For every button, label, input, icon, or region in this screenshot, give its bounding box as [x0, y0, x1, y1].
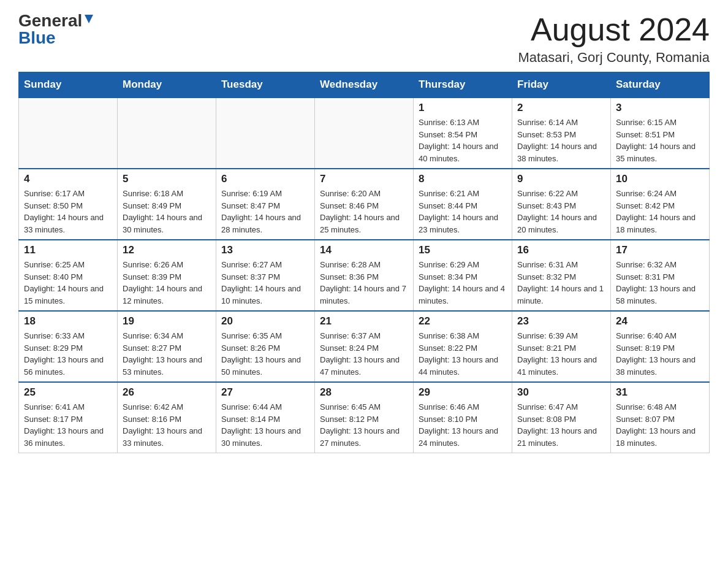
calendar-cell [19, 98, 118, 169]
calendar-cell: 17Sunrise: 6:32 AMSunset: 8:31 PMDayligh… [611, 240, 710, 311]
day-number: 5 [123, 173, 211, 185]
day-info: Sunrise: 6:38 AMSunset: 8:22 PMDaylight:… [419, 330, 507, 378]
calendar-cell: 18Sunrise: 6:33 AMSunset: 8:29 PMDayligh… [19, 311, 118, 382]
day-number: 25 [24, 386, 112, 399]
calendar-header-saturday: Saturday [611, 72, 710, 98]
day-number: 1 [419, 102, 507, 114]
calendar-cell: 9Sunrise: 6:22 AMSunset: 8:43 PMDaylight… [512, 169, 611, 240]
calendar-cell: 20Sunrise: 6:35 AMSunset: 8:26 PMDayligh… [216, 311, 315, 382]
title-area: August 2024 Matasari, Gorj County, Roman… [518, 12, 710, 66]
day-number: 14 [320, 244, 408, 256]
day-info: Sunrise: 6:21 AMSunset: 8:44 PMDaylight:… [419, 188, 507, 236]
calendar-cell: 27Sunrise: 6:44 AMSunset: 8:14 PMDayligh… [216, 382, 315, 453]
calendar-cell: 2Sunrise: 6:14 AMSunset: 8:53 PMDaylight… [512, 98, 611, 169]
calendar-cell: 31Sunrise: 6:48 AMSunset: 8:07 PMDayligh… [611, 382, 710, 453]
calendar-week-4: 18Sunrise: 6:33 AMSunset: 8:29 PMDayligh… [19, 311, 710, 382]
day-number: 4 [24, 173, 112, 185]
day-number: 24 [616, 315, 704, 327]
calendar-cell [315, 98, 414, 169]
calendar-cell: 16Sunrise: 6:31 AMSunset: 8:32 PMDayligh… [512, 240, 611, 311]
day-info: Sunrise: 6:35 AMSunset: 8:26 PMDaylight:… [221, 330, 309, 378]
day-number: 30 [517, 386, 605, 399]
calendar-cell: 4Sunrise: 6:17 AMSunset: 8:50 PMDaylight… [19, 169, 118, 240]
calendar-header-monday: Monday [118, 72, 216, 98]
day-number: 6 [221, 173, 309, 185]
page-subtitle: Matasari, Gorj County, Romania [518, 50, 710, 66]
day-info: Sunrise: 6:22 AMSunset: 8:43 PMDaylight:… [517, 188, 605, 236]
calendar-week-5: 25Sunrise: 6:41 AMSunset: 8:17 PMDayligh… [19, 382, 710, 453]
day-number: 7 [320, 173, 408, 185]
page-title: August 2024 [518, 12, 710, 47]
day-number: 17 [616, 244, 704, 256]
day-info: Sunrise: 6:29 AMSunset: 8:34 PMDaylight:… [419, 259, 507, 307]
day-info: Sunrise: 6:37 AMSunset: 8:24 PMDaylight:… [320, 330, 408, 378]
calendar-cell [216, 98, 315, 169]
calendar-cell: 25Sunrise: 6:41 AMSunset: 8:17 PMDayligh… [19, 382, 118, 453]
logo-triangle-icon [83, 13, 94, 27]
calendar-cell: 22Sunrise: 6:38 AMSunset: 8:22 PMDayligh… [414, 311, 512, 382]
calendar-cell: 21Sunrise: 6:37 AMSunset: 8:24 PMDayligh… [315, 311, 414, 382]
day-number: 23 [517, 315, 605, 327]
day-info: Sunrise: 6:34 AMSunset: 8:27 PMDaylight:… [123, 330, 211, 378]
day-info: Sunrise: 6:31 AMSunset: 8:32 PMDaylight:… [517, 259, 605, 307]
calendar-cell: 7Sunrise: 6:20 AMSunset: 8:46 PMDaylight… [315, 169, 414, 240]
day-info: Sunrise: 6:14 AMSunset: 8:53 PMDaylight:… [517, 117, 605, 164]
day-number: 9 [517, 173, 605, 185]
day-number: 26 [123, 386, 211, 399]
day-info: Sunrise: 6:45 AMSunset: 8:12 PMDaylight:… [320, 401, 408, 449]
day-number: 18 [24, 315, 112, 327]
day-number: 16 [517, 244, 605, 256]
calendar-header-row: SundayMondayTuesdayWednesdayThursdayFrid… [19, 72, 710, 98]
svg-marker-0 [85, 15, 93, 23]
day-info: Sunrise: 6:44 AMSunset: 8:14 PMDaylight:… [221, 401, 309, 449]
day-info: Sunrise: 6:15 AMSunset: 8:51 PMDaylight:… [616, 117, 704, 164]
day-number: 3 [616, 102, 704, 114]
calendar-cell: 1Sunrise: 6:13 AMSunset: 8:54 PMDaylight… [414, 98, 512, 169]
day-number: 8 [419, 173, 507, 185]
day-info: Sunrise: 6:32 AMSunset: 8:31 PMDaylight:… [616, 259, 704, 307]
calendar-cell: 11Sunrise: 6:25 AMSunset: 8:40 PMDayligh… [19, 240, 118, 311]
day-info: Sunrise: 6:28 AMSunset: 8:36 PMDaylight:… [320, 259, 408, 307]
day-info: Sunrise: 6:27 AMSunset: 8:37 PMDaylight:… [221, 259, 309, 307]
calendar-cell: 15Sunrise: 6:29 AMSunset: 8:34 PMDayligh… [414, 240, 512, 311]
day-number: 29 [419, 386, 507, 399]
calendar-cell: 10Sunrise: 6:24 AMSunset: 8:42 PMDayligh… [611, 169, 710, 240]
calendar-cell: 30Sunrise: 6:47 AMSunset: 8:08 PMDayligh… [512, 382, 611, 453]
calendar-cell: 28Sunrise: 6:45 AMSunset: 8:12 PMDayligh… [315, 382, 414, 453]
day-number: 13 [221, 244, 309, 256]
day-info: Sunrise: 6:41 AMSunset: 8:17 PMDaylight:… [24, 401, 112, 449]
day-info: Sunrise: 6:17 AMSunset: 8:50 PMDaylight:… [24, 188, 112, 236]
day-info: Sunrise: 6:18 AMSunset: 8:49 PMDaylight:… [123, 188, 211, 236]
calendar-header-tuesday: Tuesday [216, 72, 315, 98]
day-info: Sunrise: 6:26 AMSunset: 8:39 PMDaylight:… [123, 259, 211, 307]
calendar-cell: 8Sunrise: 6:21 AMSunset: 8:44 PMDaylight… [414, 169, 512, 240]
calendar-header-thursday: Thursday [414, 72, 512, 98]
day-number: 28 [320, 386, 408, 399]
calendar-cell: 29Sunrise: 6:46 AMSunset: 8:10 PMDayligh… [414, 382, 512, 453]
day-info: Sunrise: 6:42 AMSunset: 8:16 PMDaylight:… [123, 401, 211, 449]
calendar-cell: 14Sunrise: 6:28 AMSunset: 8:36 PMDayligh… [315, 240, 414, 311]
day-info: Sunrise: 6:13 AMSunset: 8:54 PMDaylight:… [419, 117, 507, 164]
logo-blue: Blue [18, 28, 56, 47]
calendar-cell: 19Sunrise: 6:34 AMSunset: 8:27 PMDayligh… [118, 311, 216, 382]
day-info: Sunrise: 6:48 AMSunset: 8:07 PMDaylight:… [616, 401, 704, 449]
day-info: Sunrise: 6:25 AMSunset: 8:40 PMDaylight:… [24, 259, 112, 307]
day-number: 20 [221, 315, 309, 327]
calendar-week-2: 4Sunrise: 6:17 AMSunset: 8:50 PMDaylight… [19, 169, 710, 240]
calendar-cell: 26Sunrise: 6:42 AMSunset: 8:16 PMDayligh… [118, 382, 216, 453]
calendar-cell: 6Sunrise: 6:19 AMSunset: 8:47 PMDaylight… [216, 169, 315, 240]
day-info: Sunrise: 6:33 AMSunset: 8:29 PMDaylight:… [24, 330, 112, 378]
calendar-week-3: 11Sunrise: 6:25 AMSunset: 8:40 PMDayligh… [19, 240, 710, 311]
day-number: 19 [123, 315, 211, 327]
day-number: 11 [24, 244, 112, 256]
day-info: Sunrise: 6:19 AMSunset: 8:47 PMDaylight:… [221, 188, 309, 236]
day-number: 21 [320, 315, 408, 327]
calendar-header-friday: Friday [512, 72, 611, 98]
day-number: 27 [221, 386, 309, 399]
day-info: Sunrise: 6:40 AMSunset: 8:19 PMDaylight:… [616, 330, 704, 378]
day-info: Sunrise: 6:39 AMSunset: 8:21 PMDaylight:… [517, 330, 605, 378]
day-info: Sunrise: 6:24 AMSunset: 8:42 PMDaylight:… [616, 188, 704, 236]
day-info: Sunrise: 6:47 AMSunset: 8:08 PMDaylight:… [517, 401, 605, 449]
day-info: Sunrise: 6:46 AMSunset: 8:10 PMDaylight:… [419, 401, 507, 449]
calendar-header-sunday: Sunday [19, 72, 118, 98]
